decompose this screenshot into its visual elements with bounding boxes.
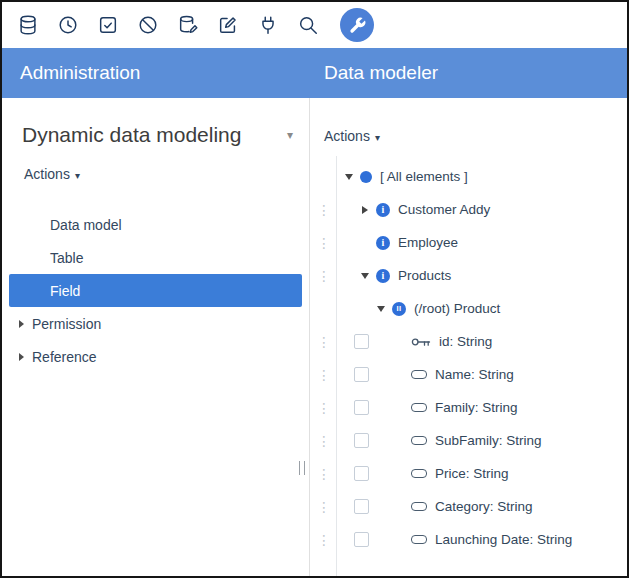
tree-node-label[interactable]: [ All elements ]: [380, 169, 468, 184]
tree-node-label[interactable]: Name: String: [435, 367, 514, 382]
page-title: Dynamic data modeling: [22, 123, 241, 147]
tree-node-label[interactable]: SubFamily: String: [435, 433, 542, 448]
info-icon: i: [376, 236, 390, 250]
modeler-actions-menu[interactable]: Actions▾: [324, 128, 627, 144]
drag-handle-icon[interactable]: ⋮: [316, 203, 332, 217]
admin-sidebar: Dynamic data modeling ▾ Actions▾ Data mo…: [2, 98, 310, 576]
expander-right-icon[interactable]: [358, 206, 372, 214]
tree-row: [ All elements ]: [316, 160, 627, 193]
tree-row: ⋮Family: String: [316, 391, 627, 424]
sidebar-item-data-model[interactable]: Data model: [2, 208, 309, 241]
tree-node-label[interactable]: Family: String: [435, 400, 518, 415]
drag-handle-icon[interactable]: ⋮: [316, 467, 332, 481]
drag-handle-icon[interactable]: ⋮: [316, 368, 332, 382]
search-icon[interactable]: [296, 13, 320, 37]
chevron-right-icon: [19, 353, 24, 361]
sidebar-item-reference[interactable]: Reference: [2, 340, 309, 373]
sidebar-items: Data modelTableFieldPermissionReference: [2, 208, 309, 373]
checkbox[interactable]: [354, 433, 369, 448]
checkbox[interactable]: [354, 532, 369, 547]
header-bar: Administration Data modeler: [2, 48, 627, 98]
field-icon: [411, 370, 427, 379]
sidebar-item-label: Field: [50, 283, 80, 299]
ban-icon[interactable]: [136, 13, 160, 37]
checkbox[interactable]: [354, 367, 369, 382]
modeler-header-title: Data modeler: [324, 62, 438, 84]
task-check-icon-svg: [97, 14, 119, 36]
modeler-actions-label: Actions: [324, 128, 370, 144]
tree-node-label[interactable]: id: String: [439, 334, 492, 349]
drag-handle-icon[interactable]: ⋮: [316, 269, 332, 283]
sidebar-item-field[interactable]: Field: [9, 274, 302, 307]
drag-handle-icon[interactable]: ⋮: [316, 500, 332, 514]
tree-node-label[interactable]: Price: String: [435, 466, 509, 481]
search-icon-svg: [297, 14, 319, 36]
field-icon: [411, 502, 427, 511]
tree-row: ⋮iEmployee: [316, 226, 627, 259]
compose-icon-svg: [217, 14, 239, 36]
tree-node-label[interactable]: Launching Date: String: [435, 532, 572, 547]
drag-handle-icon[interactable]: ⋮: [316, 401, 332, 415]
key-icon: [411, 335, 431, 348]
task-check-icon[interactable]: [96, 13, 120, 37]
checkbox[interactable]: [354, 466, 369, 481]
sidebar-item-label: Table: [50, 250, 83, 266]
tree-row: ⋮id: String: [316, 325, 627, 358]
database-edit-icon-svg: [177, 14, 199, 36]
database-icon-svg: [17, 14, 39, 36]
admin-header: Administration: [2, 48, 310, 98]
checkbox[interactable]: [354, 334, 369, 349]
field-icon: [411, 535, 427, 544]
wrench-icon: [348, 16, 367, 35]
admin-header-title: Administration: [20, 62, 140, 84]
info-icon: i: [376, 269, 390, 283]
top-toolbar: [2, 2, 627, 48]
key-icon-svg: [411, 336, 431, 349]
field-icon: [411, 469, 427, 478]
tree-node-label[interactable]: (/root) Product: [414, 301, 500, 316]
tree-node-label[interactable]: Employee: [398, 235, 458, 250]
database-edit-icon[interactable]: [176, 13, 200, 37]
database-icon[interactable]: [16, 13, 40, 37]
sidebar-item-label: Permission: [32, 316, 101, 332]
main-area: Dynamic data modeling ▾ Actions▾ Data mo…: [2, 98, 627, 576]
drag-handle-icon[interactable]: ⋮: [316, 533, 332, 547]
expander-down-icon[interactable]: [342, 174, 356, 180]
expander-down-icon[interactable]: [374, 306, 388, 312]
plug-icon-svg: [257, 14, 279, 36]
clock-icon[interactable]: [56, 13, 80, 37]
expander-down-icon[interactable]: [358, 273, 372, 279]
data-modeler-panel: Actions▾ [ All elements ]⋮iCustomer Addy…: [310, 98, 627, 576]
active-tool-button[interactable]: [340, 8, 374, 42]
splitter-grip[interactable]: [299, 461, 305, 475]
sidebar-actions-label: Actions: [24, 166, 70, 182]
tree-node-label[interactable]: Customer Addy: [398, 202, 490, 217]
title-chevron-down-icon[interactable]: ▾: [287, 128, 293, 142]
modeler-header: Data modeler: [310, 48, 627, 98]
tree-node-label[interactable]: Products: [398, 268, 451, 283]
tree-row: ⋮SubFamily: String: [316, 424, 627, 457]
field-icon: [411, 403, 427, 412]
entity-icon: II: [392, 302, 406, 316]
compose-icon[interactable]: [216, 13, 240, 37]
sidebar-actions-menu[interactable]: Actions▾: [24, 166, 309, 182]
checkbox[interactable]: [354, 400, 369, 415]
tree-row: II(/root) Product: [316, 292, 627, 325]
clock-icon-svg: [57, 14, 79, 36]
tree-row: ⋮iProducts: [316, 259, 627, 292]
element-dot-icon: [360, 171, 372, 183]
field-icon: [411, 436, 427, 445]
checkbox[interactable]: [354, 499, 369, 514]
drag-handle-icon[interactable]: ⋮: [316, 236, 332, 250]
drag-handle-icon[interactable]: ⋮: [316, 335, 332, 349]
sidebar-item-permission[interactable]: Permission: [2, 307, 309, 340]
tree-row: ⋮Price: String: [316, 457, 627, 490]
caret-down-icon: ▾: [375, 132, 380, 143]
drag-handle-icon[interactable]: ⋮: [316, 434, 332, 448]
plug-icon[interactable]: [256, 13, 280, 37]
sidebar-item-table[interactable]: Table: [2, 241, 309, 274]
tree-row: ⋮Category: String: [316, 490, 627, 523]
sidebar-item-label: Reference: [32, 349, 97, 365]
tree-node-label[interactable]: Category: String: [435, 499, 533, 514]
chevron-right-icon: [19, 320, 24, 328]
